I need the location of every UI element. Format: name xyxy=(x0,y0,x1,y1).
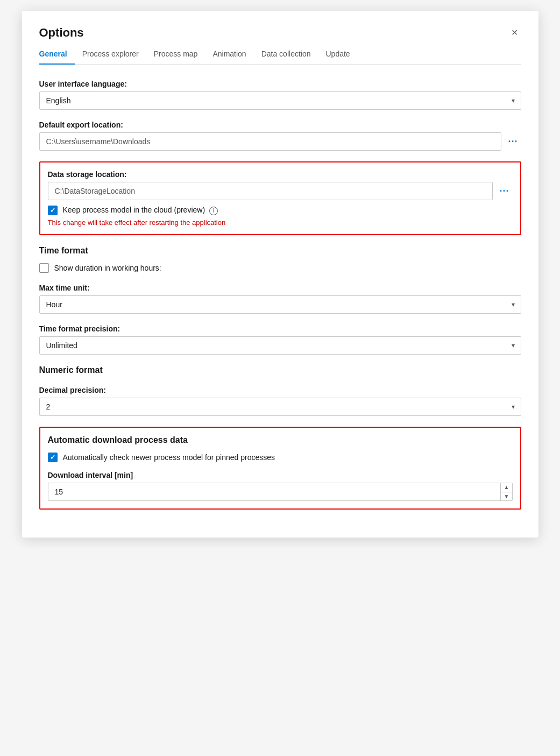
auto-check-label: Automatically check newer process model … xyxy=(63,453,275,462)
keep-cloud-checkbox[interactable] xyxy=(48,206,58,215)
time-format-precision-select-wrapper: Unlimited Seconds Minutes Hours ▾ xyxy=(39,336,521,355)
download-interval-group: Download interval [min] ▲ ▼ xyxy=(48,471,513,501)
restart-notice: This change will take effect after resta… xyxy=(48,218,513,227)
download-interval-input[interactable] xyxy=(48,483,513,501)
time-format-precision-select[interactable]: Unlimited Seconds Minutes Hours xyxy=(39,336,521,355)
max-time-unit-group: Max time unit: Hour Day Week Month ▾ xyxy=(39,284,521,314)
keep-cloud-row: Keep process model in the cloud (preview… xyxy=(48,206,513,215)
ui-language-group: User interface language: English German … xyxy=(39,80,521,110)
download-interval-label: Download interval [min] xyxy=(48,471,513,479)
time-format-precision-group: Time format precision: Unlimited Seconds… xyxy=(39,324,521,355)
decimal-precision-select[interactable]: 0 1 2 3 4 xyxy=(39,398,521,416)
auto-check-checkbox[interactable] xyxy=(48,453,58,462)
download-interval-spinner-buttons: ▲ ▼ xyxy=(500,483,513,501)
default-export-wrapper: ··· xyxy=(39,132,521,151)
options-dialog: Options × General Process explorer Proce… xyxy=(22,11,538,538)
max-time-unit-select[interactable]: Hour Day Week Month xyxy=(39,295,521,314)
keep-cloud-label: Keep process model in the cloud (preview… xyxy=(63,206,218,215)
ui-language-select-wrapper: English German French Spanish ▾ xyxy=(39,91,521,110)
tab-data-collection[interactable]: Data collection xyxy=(254,44,318,65)
default-export-group: Default export location: ··· xyxy=(39,121,521,151)
auto-download-heading: Automatic download process data xyxy=(48,435,513,445)
decimal-precision-group: Decimal precision: 0 1 2 3 4 ▾ xyxy=(39,386,521,416)
tabs-bar: General Process explorer Process map Ani… xyxy=(39,44,521,65)
default-export-input[interactable] xyxy=(39,132,502,151)
default-export-browse-button[interactable]: ··· xyxy=(505,135,521,149)
info-icon[interactable]: i xyxy=(209,207,218,215)
auto-download-section: Automatic download process data Automati… xyxy=(39,427,521,510)
max-time-unit-label: Max time unit: xyxy=(39,284,521,292)
time-format-section: Time format Show duration in working hou… xyxy=(39,246,521,273)
tab-general[interactable]: General xyxy=(39,44,75,65)
tab-process-explorer[interactable]: Process explorer xyxy=(75,44,146,65)
max-time-unit-select-wrapper: Hour Day Week Month ▾ xyxy=(39,295,521,314)
tab-animation[interactable]: Animation xyxy=(205,44,253,65)
decimal-precision-select-wrapper: 0 1 2 3 4 ▾ xyxy=(39,398,521,416)
default-export-label: Default export location: xyxy=(39,121,521,129)
data-storage-label: Data storage location: xyxy=(48,170,513,179)
tab-process-map[interactable]: Process map xyxy=(146,44,205,65)
dialog-title: Options xyxy=(39,26,84,40)
data-storage-wrapper: ··· xyxy=(48,182,513,200)
show-duration-row: Show duration in working hours: xyxy=(39,263,521,273)
data-storage-input[interactable] xyxy=(48,182,493,200)
decimal-precision-label: Decimal precision: xyxy=(39,386,521,394)
download-interval-up-button[interactable]: ▲ xyxy=(501,483,513,492)
ui-language-select[interactable]: English German French Spanish xyxy=(39,91,521,110)
time-format-precision-label: Time format precision: xyxy=(39,324,521,333)
close-button[interactable]: × xyxy=(508,26,521,39)
numeric-format-heading: Numeric format xyxy=(39,365,521,375)
show-duration-checkbox[interactable] xyxy=(39,263,49,273)
data-storage-browse-button[interactable]: ··· xyxy=(496,184,512,198)
numeric-format-section: Numeric format xyxy=(39,365,521,375)
show-duration-label: Show duration in working hours: xyxy=(54,264,161,272)
data-storage-section: Data storage location: ··· Keep process … xyxy=(39,161,521,235)
download-interval-down-button[interactable]: ▼ xyxy=(501,492,513,501)
download-interval-spinner-wrapper: ▲ ▼ xyxy=(48,483,513,501)
ui-language-label: User interface language: xyxy=(39,80,521,88)
dialog-header: Options × xyxy=(39,26,521,40)
time-format-heading: Time format xyxy=(39,246,521,256)
tab-update[interactable]: Update xyxy=(318,44,357,65)
data-storage-group: Data storage location: ··· xyxy=(48,170,513,200)
auto-check-row: Automatically check newer process model … xyxy=(48,453,513,462)
